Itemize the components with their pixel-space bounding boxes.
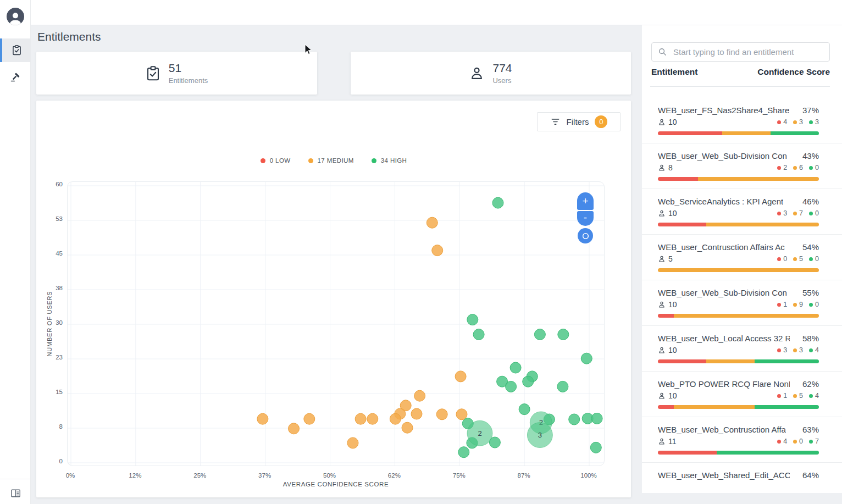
- filter-icon: [550, 117, 561, 126]
- chart-point[interactable]: [523, 376, 534, 387]
- entitlement-users: 10: [658, 300, 677, 309]
- entitlement-row[interactable]: WEB_user_Web_Contrusction Affa 63% 11 40…: [642, 417, 842, 463]
- chart-point[interactable]: [355, 413, 366, 424]
- column-header-confidence-score: Confidence Score: [757, 67, 830, 77]
- zoom-reset-button[interactable]: [578, 228, 593, 243]
- legend-item[interactable]: 17 MEDIUM: [308, 157, 354, 164]
- chart-point[interactable]: [414, 390, 425, 401]
- plot-area[interactable]: 223: [67, 181, 605, 466]
- entitlement-row[interactable]: Web_PTO POWER RCQ Flare NonI 62% 10 154: [642, 372, 842, 417]
- chart-point[interactable]: [558, 329, 569, 340]
- severity-dot-count: 0: [793, 437, 803, 445]
- y-tick-label: 38: [37, 285, 63, 291]
- y-tick-label: 0: [37, 458, 63, 464]
- y-tick-label: 60: [37, 181, 63, 187]
- medium-dot-icon: [793, 257, 797, 261]
- chart-point[interactable]: [506, 381, 517, 392]
- legend-label: 17 MEDIUM: [318, 157, 354, 164]
- x-tick-label: 12%: [119, 472, 152, 479]
- legend-dot-icon: [261, 158, 265, 163]
- entitlement-users: 10: [658, 118, 677, 126]
- entitlement-users: 10: [658, 346, 677, 355]
- confidence-bar: [658, 268, 819, 272]
- chart-point[interactable]: [510, 362, 521, 373]
- chart-point[interactable]: [534, 329, 545, 340]
- x-tick-label: 25%: [184, 472, 217, 479]
- chart-point[interactable]: [347, 437, 358, 448]
- bubble-count-label: 3: [538, 431, 542, 439]
- chart-point[interactable]: [411, 408, 422, 419]
- high-bar-segment: [717, 451, 819, 455]
- x-axis-title: AVERAGE CONFIDENCE SCORE: [67, 481, 605, 488]
- low-bar-segment: [658, 405, 674, 409]
- side-panel-icon: [10, 489, 21, 498]
- user-icon: [469, 65, 484, 81]
- users-count-label: Users: [492, 76, 512, 85]
- medium-bar-segment: [674, 405, 755, 409]
- chart-point[interactable]: [467, 314, 478, 325]
- chart-point[interactable]: [436, 409, 447, 420]
- chart-point[interactable]: [473, 329, 484, 340]
- y-tick-label: 45: [37, 250, 63, 257]
- chart-point[interactable]: [426, 217, 437, 228]
- chart-point[interactable]: [402, 422, 413, 433]
- chart-point[interactable]: [257, 413, 268, 424]
- chart-point[interactable]: [519, 404, 530, 415]
- chart-point[interactable]: [557, 381, 568, 392]
- chart-point[interactable]: [304, 413, 315, 424]
- medium-dot-icon: [793, 440, 797, 444]
- low-dot-icon: [777, 440, 781, 444]
- chart-point[interactable]: [390, 413, 401, 424]
- chart-point[interactable]: [581, 353, 592, 364]
- entitlement-row[interactable]: WEB_user_Web_Sub-Division Con 55% 10 190: [642, 280, 842, 326]
- high-dot-icon: [809, 394, 813, 398]
- confidence-score-value: 55%: [802, 288, 819, 297]
- chart-point[interactable]: [591, 413, 602, 424]
- entitlement-row[interactable]: WEB_user_Web_Local Access 32 R 58% 10 33…: [642, 326, 842, 372]
- chart-point[interactable]: [367, 413, 378, 424]
- legend-item[interactable]: 34 HIGH: [372, 157, 407, 164]
- entitlement-search-input[interactable]: [672, 47, 823, 57]
- chart-point[interactable]: [492, 197, 503, 208]
- severity-dot-count: 0: [777, 255, 787, 263]
- zoom-out-button[interactable]: -: [577, 211, 594, 226]
- entitlement-row[interactable]: WEB_user_Contrusction Affairs Ac 54% 5 0…: [642, 235, 842, 280]
- medium-dot-icon: [793, 166, 797, 170]
- entitlement-row[interactable]: Web_ServiceAnalytics : KPI Agent 46% 10 …: [642, 189, 842, 235]
- entitlement-row[interactable]: WEB_user_Web_Shared_Edit_ACC 64%: [642, 463, 842, 493]
- entitlement-row[interactable]: WEB_user_Web_Sub-Division Con 43% 8 260: [642, 143, 842, 189]
- chart-point[interactable]: [458, 447, 469, 458]
- sidebar-collapse-button[interactable]: [0, 481, 31, 504]
- severity-dot-count: 0: [809, 164, 819, 171]
- confidence-bar: [658, 359, 819, 363]
- chart-point[interactable]: [432, 245, 443, 256]
- high-dot-icon: [809, 212, 813, 215]
- entitlement-row[interactable]: WEB_user_FS_Nas2Share4_Share 37% 10 433: [642, 98, 842, 143]
- chart-point[interactable]: [569, 414, 580, 425]
- chart-point[interactable]: [456, 409, 467, 420]
- x-tick-label: 37%: [248, 472, 281, 479]
- user-icon: [658, 346, 666, 354]
- panel-column-headers: Entitlement Confidence Score: [651, 67, 830, 77]
- chart-point[interactable]: [590, 442, 601, 453]
- confidence-bar: [658, 223, 819, 226]
- sidebar-item-audit[interactable]: [0, 65, 31, 88]
- chart-point[interactable]: [455, 371, 466, 382]
- chart-point[interactable]: [289, 423, 300, 434]
- severity-dot-count: 0: [809, 301, 819, 308]
- zoom-in-button[interactable]: +: [577, 192, 594, 210]
- low-dot-icon: [777, 303, 781, 307]
- filters-button[interactable]: Filters 0: [537, 112, 621, 131]
- avatar[interactable]: [7, 8, 24, 25]
- severity-dot-count: 3: [793, 346, 803, 354]
- entitlement-users-count: 11: [668, 437, 677, 446]
- medium-dot-icon: [793, 212, 797, 215]
- column-header-entitlement: Entitlement: [651, 67, 697, 77]
- entitlement-name: WEB_user_Web_Sub-Division Con: [658, 151, 787, 160]
- sidebar-item-entitlements[interactable]: [0, 38, 31, 62]
- legend-item[interactable]: 0 LOW: [261, 157, 291, 164]
- low-dot-icon: [777, 166, 781, 170]
- y-tick-label: 30: [37, 319, 63, 326]
- entitlements-count: 51: [169, 62, 208, 75]
- medium-bar-segment: [658, 268, 819, 272]
